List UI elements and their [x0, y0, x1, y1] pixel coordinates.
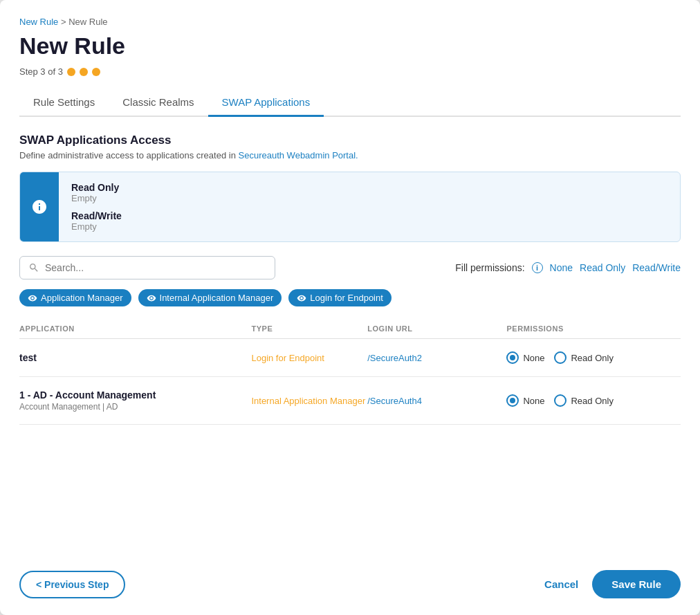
tag-internal-application-manager[interactable]: Internal Application Manager: [138, 289, 282, 306]
col-header-application: APPLICATION: [19, 324, 251, 333]
row1-permissions: None Read Only: [506, 351, 681, 364]
step-indicator: Step 3 of 3: [19, 66, 681, 77]
main-card: New Rule > New Rule New Rule Step 3 of 3…: [0, 0, 700, 615]
read-write-label: Read/Write: [71, 210, 667, 221]
row1-none-label: None: [523, 353, 544, 363]
row2-radio-readonly[interactable]: Read Only: [554, 394, 613, 407]
fill-readonly-link[interactable]: Read Only: [580, 262, 625, 273]
info-box-content: Read Only Empty Read/Write Empty: [59, 172, 680, 241]
row2-type-text: Internal Application Manager: [251, 396, 365, 406]
table-header: APPLICATION TYPE LOGIN URL PERMISSIONS: [19, 319, 681, 339]
row1-login-url: /SecureAuth2: [367, 351, 506, 364]
footer: < Previous Step Cancel Save Rule: [19, 558, 681, 615]
breadcrumb-separator: >: [61, 17, 66, 27]
row1-radio-none-btn[interactable]: [506, 351, 519, 364]
tab-bar: Rule Settings Classic Realms SWAP Applic…: [19, 89, 681, 117]
row1-type-text: Login for Endpoint: [251, 353, 324, 363]
breadcrumb-current: New Rule: [68, 17, 107, 27]
tab-classic-realms[interactable]: Classic Realms: [109, 89, 208, 117]
tag-label-2: Internal Application Manager: [160, 293, 274, 303]
tag-label-1: Application Manager: [41, 293, 123, 303]
read-write-row: Read/Write Empty: [71, 210, 667, 232]
row1-radio-readonly-btn[interactable]: [554, 351, 567, 364]
tab-rule-settings[interactable]: Rule Settings: [19, 89, 109, 117]
col-header-login-url: LOGIN URL: [367, 324, 506, 333]
search-and-fill-row: Fill permissions: i None Read Only Read/…: [19, 256, 681, 279]
search-icon: [28, 262, 39, 273]
page-title: New Rule: [19, 33, 681, 59]
row2-login-url: /SecureAuth4: [367, 394, 506, 407]
row1-radio-readonly[interactable]: Read Only: [554, 351, 613, 364]
read-only-label: Read Only: [71, 182, 667, 193]
main-content: SWAP Applications Access Define administ…: [19, 134, 681, 615]
tag-login-for-endpoint[interactable]: Login for Endpoint: [288, 289, 392, 306]
table-row: 1 - AD - Account Management Account Mana…: [19, 377, 681, 425]
row2-radio-readonly-btn[interactable]: [554, 394, 567, 407]
eye-icon-2: [147, 293, 156, 303]
eye-icon-1: [28, 293, 37, 303]
footer-right: Cancel Save Rule: [544, 570, 681, 598]
row2-app-sub: Account Management | AD: [19, 402, 251, 412]
row2-app-name: 1 - AD - Account Management: [19, 389, 251, 401]
step-dot-3: [92, 68, 100, 76]
info-box-icon: [20, 172, 59, 241]
fill-permissions: Fill permissions: i None Read Only Read/…: [455, 262, 681, 273]
col-header-type: TYPE: [251, 324, 367, 333]
section-title: SWAP Applications Access: [19, 134, 681, 147]
row2-radio-none-btn[interactable]: [506, 394, 519, 407]
tag-application-manager[interactable]: Application Manager: [19, 289, 131, 306]
row2-radio-none[interactable]: None: [506, 394, 544, 407]
step-dot-1: [67, 68, 75, 76]
fill-readwrite-link[interactable]: Read/Write: [632, 262, 681, 273]
search-input[interactable]: [45, 262, 266, 273]
section-desc-link[interactable]: Secureauth Webadmin Portal.: [239, 150, 358, 160]
breadcrumb: New Rule > New Rule: [19, 17, 681, 27]
row1-login-url-text: /SecureAuth2: [367, 353, 422, 363]
read-write-value: Empty: [71, 221, 667, 232]
read-only-value: Empty: [71, 193, 667, 203]
step-dot-2: [80, 68, 88, 76]
info-circle-icon: [31, 199, 48, 215]
row1-app: test: [19, 352, 251, 363]
breadcrumb-link[interactable]: New Rule: [19, 17, 58, 27]
tag-label-3: Login for Endpoint: [310, 293, 383, 303]
tab-swap-applications[interactable]: SWAP Applications: [208, 89, 324, 117]
tags-row: Application Manager Internal Application…: [19, 289, 681, 306]
row1-app-name: test: [19, 352, 251, 363]
step-label: Step 3 of 3: [19, 66, 63, 77]
table-row: test Login for Endpoint /SecureAuth2 Non…: [19, 339, 681, 377]
row1-readonly-label: Read Only: [571, 353, 613, 363]
read-only-row: Read Only Empty: [71, 182, 667, 203]
row1-type: Login for Endpoint: [251, 351, 367, 364]
info-box: Read Only Empty Read/Write Empty: [19, 172, 681, 242]
row1-radio-none[interactable]: None: [506, 351, 544, 364]
save-rule-button[interactable]: Save Rule: [592, 570, 681, 598]
fill-permissions-info-icon[interactable]: i: [532, 262, 543, 273]
row2-type: Internal Application Manager: [251, 394, 367, 407]
eye-icon-3: [297, 293, 306, 303]
fill-permissions-label: Fill permissions:: [455, 262, 524, 273]
search-box: [19, 256, 275, 279]
cancel-button[interactable]: Cancel: [544, 578, 578, 590]
section-desc-text: Define administrative access to applicat…: [19, 150, 236, 160]
row2-app: 1 - AD - Account Management Account Mana…: [19, 389, 251, 412]
row2-login-url-text: /SecureAuth4: [367, 396, 422, 406]
row2-permissions: None Read Only: [506, 394, 681, 407]
col-header-permissions: PERMISSIONS: [506, 324, 681, 333]
fill-none-link[interactable]: None: [550, 262, 573, 273]
section-desc: Define administrative access to applicat…: [19, 150, 681, 160]
prev-step-button[interactable]: < Previous Step: [19, 571, 125, 598]
row2-none-label: None: [523, 396, 544, 406]
row2-readonly-label: Read Only: [571, 396, 613, 406]
